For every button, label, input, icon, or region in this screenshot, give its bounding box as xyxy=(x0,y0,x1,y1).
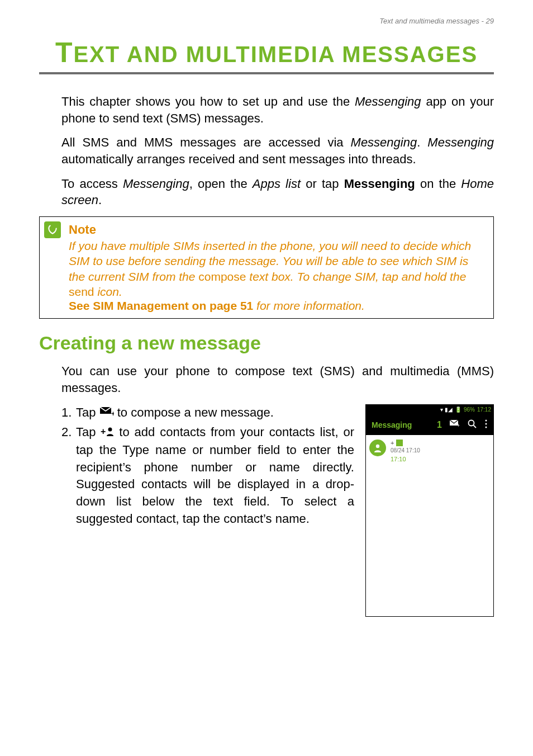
step-number: 1. xyxy=(61,404,72,422)
text: To access xyxy=(61,177,123,191)
chapter-title-firstchar: T xyxy=(55,37,74,68)
svg-text:+: + xyxy=(457,423,460,428)
app-name: Messenging xyxy=(355,94,421,108)
svg-point-10 xyxy=(486,426,487,428)
intro-paragraph-2: All SMS and MMS messages are accessed vi… xyxy=(61,134,494,167)
note-icon xyxy=(44,221,61,238)
chapter-title: TEXT AND MULTIMEDIA MESSAGES xyxy=(39,36,494,74)
text: or tap xyxy=(301,177,344,191)
step-1: 1. Tap + to compose a new message. xyxy=(61,404,354,422)
conversation-meta: + 08/24 17:10 17:10 xyxy=(391,440,420,462)
sim-badge-icon xyxy=(396,440,403,446)
step-2: 2. Tap + to add contacts from your conta… xyxy=(61,424,354,528)
section-heading: Creating a new message xyxy=(39,332,494,354)
svg-text:+: + xyxy=(111,410,114,417)
apps-list: Apps list xyxy=(253,177,301,191)
body-block: This chapter shows you how to set up and… xyxy=(39,93,494,209)
note-box: Note If you have multiple SIMs inserted … xyxy=(39,216,494,319)
phone-screenshot: ▾ ▮◢ 🔋 96% 17:12 Messaging 1 + xyxy=(365,404,494,617)
text: This chapter shows you how to set up and… xyxy=(61,94,355,108)
sim-indicator[interactable]: 1 xyxy=(437,420,442,430)
compose-message-icon: + xyxy=(99,404,114,422)
svg-point-11 xyxy=(376,444,379,447)
text: to compose a new message. xyxy=(117,405,274,419)
section-intro: You can use your phone to compose text (… xyxy=(61,363,494,396)
note-crossref[interactable]: See SIM Management on page 51 for more i… xyxy=(69,299,486,313)
messenging-bold: Messenging xyxy=(344,177,415,191)
app-name: Messenging xyxy=(123,177,189,191)
crossref-link[interactable]: See SIM Management on page 51 xyxy=(69,299,253,312)
app-top-bar: Messaging 1 + xyxy=(366,415,493,435)
text: text box. To change SIM, tap and hold th… xyxy=(246,270,466,283)
conversation-preview: 17:10 xyxy=(391,456,420,462)
two-column-layout: 1. Tap + to compose a new message. 2. Ta… xyxy=(39,404,494,617)
text: . xyxy=(417,135,427,149)
search-icon[interactable] xyxy=(468,419,477,431)
text: Tap xyxy=(76,405,99,419)
text: Tap xyxy=(76,425,101,439)
plus-indicator: + xyxy=(391,440,394,446)
text: All SMS and MMS messages are accessed vi… xyxy=(61,135,351,149)
status-signal-icon: ▾ ▮◢ xyxy=(440,407,453,413)
svg-point-6 xyxy=(469,420,474,426)
avatar xyxy=(369,440,386,456)
svg-point-3 xyxy=(108,428,112,432)
app-name: Messenging xyxy=(351,135,417,149)
status-bar: ▾ ▮◢ 🔋 96% 17:12 xyxy=(366,405,493,415)
text: , open the xyxy=(189,177,253,191)
add-contact-icon: + xyxy=(101,424,114,442)
step-number: 2. xyxy=(61,424,72,441)
compose-word: compose xyxy=(198,270,246,283)
chapter-title-rest: EXT AND MULTIMEDIA MESSAGES xyxy=(73,42,478,67)
steps-column: 1. Tap + to compose a new message. 2. Ta… xyxy=(39,404,354,617)
compose-icon[interactable]: + xyxy=(450,420,460,430)
crossref-tail: for more information. xyxy=(253,299,365,312)
conversation-header: + xyxy=(391,440,420,446)
text: on the xyxy=(415,177,461,191)
note-label: Note xyxy=(69,223,486,237)
running-header: Text and multimedia messages - 29 xyxy=(39,17,494,25)
text: icon. xyxy=(94,285,122,298)
text: automatically arranges received and sent… xyxy=(61,152,416,166)
svg-point-9 xyxy=(486,423,487,424)
topbar-actions: 1 + xyxy=(437,419,488,431)
status-time: 17:12 xyxy=(477,407,491,413)
message-list[interactable]: + 08/24 17:10 17:10 xyxy=(366,435,493,616)
intro-paragraph-3: To access Messenging, open the Apps list… xyxy=(61,176,494,209)
svg-text:+: + xyxy=(101,427,106,436)
conversation-row[interactable]: + 08/24 17:10 17:10 xyxy=(369,440,490,462)
person-icon xyxy=(373,443,383,453)
type-name-or-number: Type name or number xyxy=(122,443,251,457)
status-battery-percent: 96% xyxy=(464,407,475,413)
step-list: 1. Tap + to compose a new message. 2. Ta… xyxy=(39,404,354,528)
page: Text and multimedia messages - 29 TEXT A… xyxy=(0,0,533,756)
overflow-menu-icon[interactable] xyxy=(484,419,488,431)
section-body: You can use your phone to compose text (… xyxy=(39,363,494,396)
note-body: If you have multiple SIMs inserted in th… xyxy=(69,238,486,299)
app-name: Messenging xyxy=(427,135,494,149)
app-title: Messaging xyxy=(372,420,412,429)
send-word: send xyxy=(69,285,94,298)
pencil-clip-icon xyxy=(47,224,58,235)
status-battery-icon: 🔋 xyxy=(455,407,461,413)
conversation-date: 08/24 17:10 xyxy=(391,447,420,453)
svg-point-8 xyxy=(486,419,487,421)
svg-line-7 xyxy=(474,425,477,428)
intro-paragraph-1: This chapter shows you how to set up and… xyxy=(61,93,494,126)
text: . xyxy=(98,193,102,207)
